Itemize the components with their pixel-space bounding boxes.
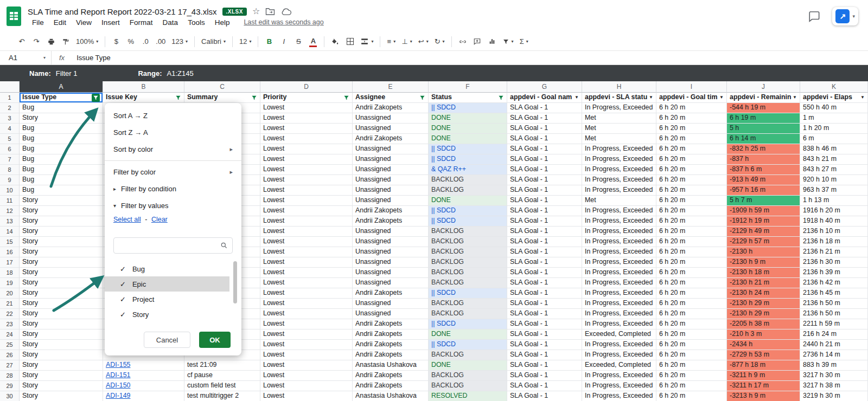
cell[interactable]: || SDCD: [429, 206, 507, 216]
text-rotation-button[interactable]: ↻▾: [432, 35, 447, 48]
cell[interactable]: 963 h 37 m: [800, 185, 868, 196]
cell[interactable]: Unassigned: [353, 175, 429, 185]
cell[interactable]: BACKLOG: [429, 237, 507, 247]
horizontal-align-button[interactable]: ≡▾: [385, 35, 398, 48]
row-number-30[interactable]: 30: [0, 391, 20, 401]
cell[interactable]: SLA Goal - 1: [507, 381, 582, 391]
cell[interactable]: SLA Goal - 1: [507, 237, 582, 247]
cell[interactable]: SLA Goal - 1: [507, 185, 582, 196]
cell[interactable]: SLA Goal - 1: [507, 113, 582, 124]
cell[interactable]: BACKLOG: [429, 299, 507, 309]
cell[interactable]: In Progress, Exceeded: [582, 350, 656, 360]
cell[interactable]: 2136 h 10 m: [800, 227, 868, 237]
cell[interactable]: Bug: [20, 144, 103, 154]
cancel-button[interactable]: Cancel: [144, 332, 190, 348]
cell[interactable]: Unassigned: [353, 257, 429, 268]
cell[interactable]: Lowest: [260, 175, 353, 185]
cell[interactable]: 2736 h 14 m: [800, 350, 868, 360]
cell[interactable]: -544 h 19 m: [727, 103, 800, 113]
insert-link-button[interactable]: [456, 35, 469, 48]
cell[interactable]: SLA Goal - 1: [507, 360, 582, 371]
menu-view[interactable]: View: [72, 17, 96, 28]
cell[interactable]: 6 h 20 m: [656, 175, 727, 185]
decrease-decimal-button[interactable]: .0: [139, 35, 152, 48]
row-number-22[interactable]: 22: [0, 309, 20, 319]
cell[interactable]: DONE: [429, 329, 507, 340]
select-all-link[interactable]: Select all: [113, 216, 141, 223]
cell[interactable]: 6 h 20 m: [656, 278, 727, 288]
row-number-6[interactable]: 6: [0, 144, 20, 154]
cell[interactable]: BACKLOG: [429, 175, 507, 185]
borders-button[interactable]: [343, 35, 356, 48]
cell[interactable]: In Progress, Exceeded: [582, 319, 656, 329]
clear-link[interactable]: Clear: [151, 216, 168, 223]
cell[interactable]: -2729 h 53 m: [727, 350, 800, 360]
cell[interactable]: Anastasia Ushakova: [353, 360, 429, 371]
cell[interactable]: Lowest: [260, 124, 353, 134]
functions-button[interactable]: Σ▾: [518, 35, 531, 48]
menu-help[interactable]: Help: [210, 17, 234, 28]
cell[interactable]: 6 h 20 m: [656, 299, 727, 309]
cell[interactable]: 6 h 20 m: [656, 340, 727, 350]
cell[interactable]: 6 h 20 m: [656, 329, 727, 340]
row-number-5[interactable]: 5: [0, 134, 20, 144]
cell[interactable]: In Progress, Exceeded: [582, 299, 656, 309]
cell[interactable]: -2130 h 18 m: [727, 268, 800, 278]
cell[interactable]: SLA Goal - 1: [507, 299, 582, 309]
cell[interactable]: In Progress, Exceeded: [582, 340, 656, 350]
filter-dropdown-icon[interactable]: ▼: [575, 93, 579, 102]
cell[interactable]: 2136 h 50 m: [800, 309, 868, 319]
row-number-24[interactable]: 24: [0, 329, 20, 340]
cell[interactable]: Met: [582, 196, 656, 206]
cell[interactable]: Story: [20, 360, 103, 371]
cell[interactable]: In Progress, Exceeded: [582, 237, 656, 247]
menu-insert[interactable]: Insert: [97, 17, 124, 28]
cell[interactable]: 2136 h 45 m: [800, 288, 868, 299]
currency-format-button[interactable]: $: [110, 35, 123, 48]
formula-input[interactable]: Issue Type: [72, 54, 111, 62]
row-number-26[interactable]: 26: [0, 350, 20, 360]
cell[interactable]: custom field test: [184, 381, 260, 391]
cell[interactable]: 2136 h 50 m: [800, 299, 868, 309]
cell[interactable]: 6 m: [800, 134, 868, 144]
cell[interactable]: -3213 h 9 m: [727, 391, 800, 401]
cell[interactable]: Lowest: [260, 381, 353, 391]
header-cell[interactable]: appdevi - Goal tim▼: [656, 93, 727, 103]
cell[interactable]: Andrii Zakopets: [353, 381, 429, 391]
cell[interactable]: Story: [20, 278, 103, 288]
more-formats-button[interactable]: 123▾: [169, 35, 190, 48]
cell[interactable]: DONE: [429, 360, 507, 371]
cell[interactable]: In Progress, Exceeded: [582, 381, 656, 391]
cell[interactable]: 6 h 20 m: [656, 381, 727, 391]
cell[interactable]: Lowest: [260, 288, 353, 299]
cell[interactable]: In Progress, Exceeded: [582, 216, 656, 227]
cell[interactable]: -2130 h 29 m: [727, 309, 800, 319]
cell[interactable]: -877 h 18 m: [727, 360, 800, 371]
header-cell[interactable]: appdevi - Remainin▼: [727, 93, 800, 103]
row-number-28[interactable]: 28: [0, 371, 20, 381]
cell[interactable]: || SDCD: [429, 340, 507, 350]
active-filter-icon[interactable]: [92, 94, 100, 102]
name-box[interactable]: A1 ▾: [0, 54, 51, 62]
redo-button[interactable]: ↷: [30, 35, 43, 48]
cell[interactable]: In Progress, Exceeded: [582, 278, 656, 288]
cell[interactable]: 5 h 7 m: [727, 196, 800, 206]
cell[interactable]: Lowest: [260, 268, 353, 278]
cell[interactable]: Met: [582, 134, 656, 144]
cell[interactable]: Andrii Zakopets: [353, 134, 429, 144]
cell[interactable]: 1 m: [800, 113, 868, 124]
cell[interactable]: Lowest: [260, 329, 353, 340]
cell[interactable]: -837 h: [727, 154, 800, 165]
cell[interactable]: 216 h 24 m: [800, 329, 868, 340]
cell[interactable]: Unassigned: [353, 165, 429, 175]
cell[interactable]: 2136 h 42 m: [800, 278, 868, 288]
row-number-12[interactable]: 12: [0, 206, 20, 216]
document-title[interactable]: SLA Time and Report Report 2022-03-21 17…: [28, 7, 217, 16]
cell[interactable]: || SDCD: [429, 103, 507, 113]
star-icon[interactable]: ☆: [252, 7, 260, 16]
insert-comment-button[interactable]: [471, 35, 484, 48]
cell[interactable]: SLA Goal - 1: [507, 134, 582, 144]
cell[interactable]: DONE: [429, 196, 507, 206]
cell[interactable]: Met: [582, 113, 656, 124]
cell[interactable]: SLA Goal - 1: [507, 196, 582, 206]
